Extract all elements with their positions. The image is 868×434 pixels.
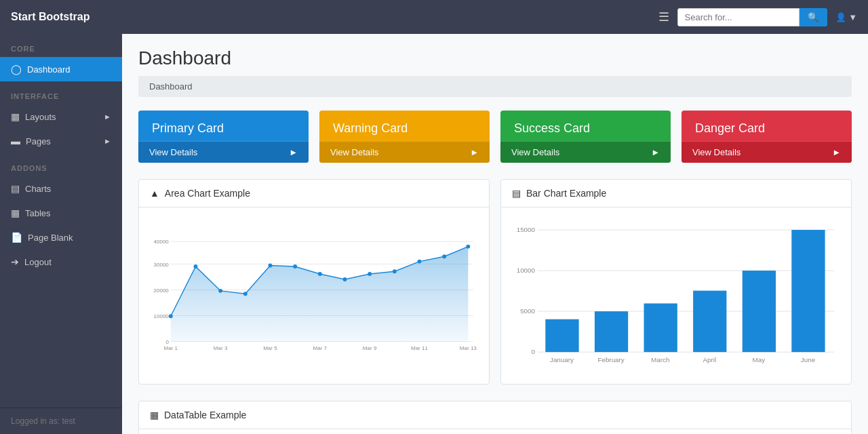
sidebar-item-tables[interactable]: ▦ Tables	[0, 201, 122, 225]
sidebar-item-logout[interactable]: ➔ Logout	[0, 250, 122, 274]
chevron-right-icon: ►	[104, 113, 111, 121]
warning-card: Warning Card View Details ►	[319, 111, 490, 163]
sidebar-item-charts[interactable]: ▤ Charts	[0, 176, 122, 201]
danger-card-details: View Details	[692, 147, 741, 157]
svg-point-21	[418, 260, 422, 264]
sidebar-footer: Logged in as: test	[0, 408, 122, 434]
primary-card-body: Primary Card	[138, 111, 309, 141]
svg-text:15000: 15000	[517, 226, 536, 233]
sidebar-section-core: CORE	[0, 34, 122, 57]
logout-icon: ➔	[11, 256, 19, 267]
svg-text:30000: 30000	[153, 262, 169, 268]
svg-text:10000: 10000	[517, 267, 536, 274]
breadcrumb: Dashboard	[138, 76, 852, 97]
primary-card-arrow: ►	[289, 147, 298, 157]
svg-text:0: 0	[532, 348, 536, 355]
primary-card-details: View Details	[149, 147, 197, 157]
sidebar-section-addons: ADDONS	[0, 153, 122, 176]
search-button[interactable]: 🔍	[800, 8, 827, 26]
primary-card: Primary Card View Details ►	[138, 111, 309, 163]
page-blank-icon: 📄	[11, 232, 22, 243]
sidebar-label-pages: Pages	[26, 136, 51, 146]
svg-point-13	[218, 289, 222, 293]
datatable-title: DataTable Example	[164, 410, 246, 420]
svg-text:June: June	[801, 356, 816, 363]
sidebar-item-layouts[interactable]: ▦ Layouts ►	[0, 104, 122, 129]
success-card-body: Success Card	[500, 111, 671, 141]
svg-text:Mar 9: Mar 9	[363, 345, 377, 351]
danger-card: Danger Card View Details ►	[682, 111, 852, 163]
area-chart-icon: ▲	[150, 188, 159, 199]
sidebar-item-pages[interactable]: ▬ Pages ►	[0, 129, 122, 153]
svg-text:April: April	[703, 356, 716, 363]
svg-point-18	[343, 277, 347, 281]
cards-row: Primary Card View Details ► Warning Card…	[138, 111, 852, 163]
sidebar: CORE ◯ Dashboard INTERFACE ▦ Layouts ► ▬…	[0, 34, 122, 434]
dashboard-icon: ◯	[11, 64, 22, 75]
warning-card-arrow: ►	[470, 147, 479, 157]
warning-card-footer[interactable]: View Details ►	[319, 141, 490, 163]
main-content: Dashboard Dashboard Primary Card View De…	[122, 34, 868, 434]
svg-text:February: February	[597, 356, 624, 363]
svg-point-12	[194, 264, 198, 269]
svg-point-22	[442, 254, 446, 258]
danger-card-title: Danger Card	[695, 121, 765, 135]
search-input[interactable]	[677, 8, 800, 26]
sidebar-label-tables: Tables	[25, 208, 51, 218]
success-card: Success Card View Details ►	[500, 111, 671, 163]
tables-icon: ▦	[11, 208, 20, 218]
sidebar-section-interface: INTERFACE	[0, 81, 122, 104]
svg-point-14	[243, 292, 248, 296]
page-title: Dashboard	[138, 47, 852, 69]
svg-point-16	[293, 264, 297, 269]
svg-text:Mar 5: Mar 5	[263, 345, 277, 351]
primary-card-title: Primary Card	[152, 121, 224, 135]
sidebar-toggle-button[interactable]: ☰	[658, 9, 669, 24]
area-chart-header: ▲ Area Chart Example	[139, 180, 489, 208]
chevron-right-icon-pages: ►	[104, 137, 111, 145]
success-card-details: View Details	[511, 147, 559, 157]
svg-text:January: January	[550, 356, 574, 363]
logged-in-label: Logged in as: test	[11, 416, 75, 426]
primary-card-footer[interactable]: View Details ►	[138, 141, 309, 163]
danger-card-footer[interactable]: View Details ►	[682, 141, 852, 163]
danger-card-body: Danger Card	[682, 111, 852, 141]
success-card-title: Success Card	[514, 121, 590, 135]
area-chart-svg: 0 10000 20000 30000 40000	[150, 213, 478, 376]
navbar: Start Bootstrap ☰ 🔍 👤 ▼	[0, 0, 868, 34]
bar-april	[693, 291, 726, 353]
datatable-card: ▦ DataTable Example Show 10 25 50 100 en…	[138, 401, 852, 434]
svg-text:0: 0	[165, 339, 169, 345]
area-chart-title: Area Chart Example	[165, 188, 250, 199]
bar-may	[743, 271, 776, 352]
user-menu[interactable]: 👤 ▼	[835, 12, 857, 22]
svg-text:Mar 1: Mar 1	[164, 345, 178, 351]
sidebar-label-charts: Charts	[25, 184, 51, 194]
bar-march	[644, 303, 677, 352]
bar-chart-header: ▤ Bar Chart Example	[501, 180, 851, 208]
datatable-controls: Show 10 25 50 100 entries Search:	[139, 429, 851, 434]
warning-card-title: Warning Card	[333, 121, 408, 135]
warning-card-body: Warning Card	[319, 111, 490, 141]
svg-text:Mar 11: Mar 11	[411, 345, 429, 351]
sidebar-label-layouts: Layouts	[25, 112, 56, 122]
warning-card-details: View Details	[330, 147, 378, 157]
layout: CORE ◯ Dashboard INTERFACE ▦ Layouts ► ▬…	[0, 34, 868, 434]
svg-point-20	[393, 269, 397, 273]
svg-text:5000: 5000	[520, 307, 535, 315]
svg-point-15	[269, 264, 273, 268]
pages-icon: ▬	[11, 136, 20, 146]
svg-text:Mar 3: Mar 3	[214, 345, 228, 351]
charts-row: ▲ Area Chart Example 0 10000 20000 30000…	[138, 179, 852, 384]
success-card-footer[interactable]: View Details ►	[500, 141, 671, 163]
layouts-icon: ▦	[11, 111, 20, 122]
danger-card-arrow: ►	[832, 147, 841, 157]
sidebar-item-dashboard[interactable]: ◯ Dashboard	[0, 57, 122, 81]
sidebar-item-page-blank[interactable]: 📄 Page Blank	[0, 225, 122, 250]
svg-text:20000: 20000	[153, 288, 169, 294]
svg-text:May: May	[753, 356, 766, 363]
svg-point-23	[466, 245, 470, 249]
bar-chart-svg: 0 5000 10000 15000	[512, 213, 840, 376]
bar-february	[595, 311, 628, 352]
svg-point-11	[169, 314, 173, 318]
